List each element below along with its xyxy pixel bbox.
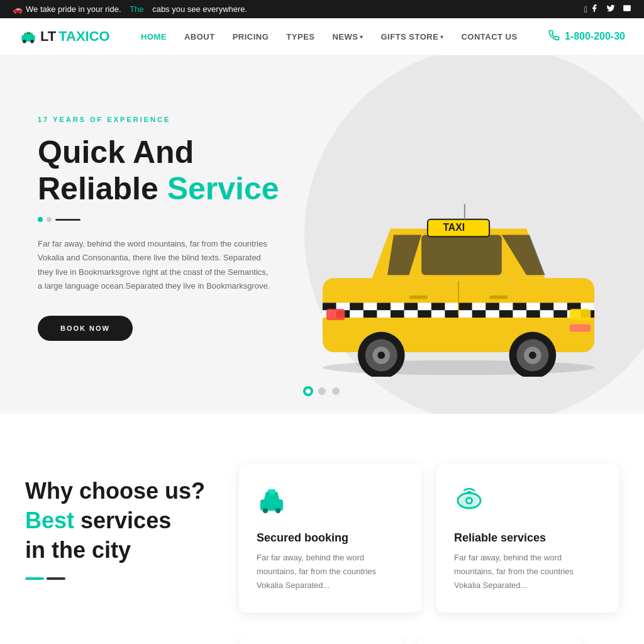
feature-title-secured: Secured booking: [257, 531, 404, 545]
svg-rect-36: [409, 295, 427, 299]
hero-section: 17 YEARS OF EXPERIENCE Quick And Reliabl…: [0, 55, 644, 414]
svg-rect-28: [553, 310, 567, 318]
svg-point-41: [377, 352, 385, 359]
why-divider: [25, 577, 214, 580]
feature-card-bottom-1: [239, 638, 402, 644]
phone-icon: [548, 30, 560, 43]
svg-rect-33: [570, 309, 591, 320]
svg-point-3: [31, 40, 34, 43]
svg-rect-21: [364, 310, 377, 318]
nav-news[interactable]: NEWS ▾: [332, 32, 363, 42]
site-logo[interactable]: TAXI LT TAXICO: [19, 27, 110, 46]
hero-title: Quick And Reliable Service: [38, 135, 279, 207]
svg-rect-18: [540, 303, 554, 310]
why-divider-green: [25, 577, 44, 580]
svg-rect-14: [431, 303, 445, 310]
feature-card-secured-booking: Secured booking Far far away, behind the…: [239, 464, 421, 613]
svg-rect-24: [445, 310, 458, 318]
feature-cards-grid: Secured booking Far far away, behind the…: [239, 464, 619, 613]
gifts-chevron-icon: ▾: [440, 33, 443, 40]
slider-dot-2[interactable]: [318, 387, 326, 395]
nav-pricing[interactable]: PRICING: [233, 32, 269, 42]
bottom-cards-partial: [214, 638, 644, 644]
book-now-button[interactable]: BOOK NOW: [38, 316, 133, 341]
svg-point-54: [467, 499, 471, 502]
svg-text:TAXI: TAXI: [443, 222, 465, 233]
svg-point-50: [275, 508, 280, 513]
slider-dot-1[interactable]: [304, 387, 312, 395]
svg-rect-15: [458, 303, 472, 310]
site-header: TAXI LT TAXICO HOME ABOUT PRICING TYPES …: [0, 18, 644, 55]
twitter-icon[interactable]: [606, 4, 615, 14]
svg-rect-22: [391, 310, 404, 318]
feature-card-reliable-services: Reliable services Far far away, behind t…: [436, 464, 619, 613]
svg-rect-16: [486, 303, 499, 310]
svg-rect-34: [570, 325, 591, 332]
why-left-content: Why choose us? Best services in the city: [25, 464, 214, 580]
divider-dot-gray: [47, 217, 52, 222]
taxi-booking-icon: [257, 484, 404, 520]
hero-divider: [38, 217, 279, 222]
hero-tagline: 17 YEARS OF EXPERIENCE: [38, 116, 279, 123]
social-icons: : [584, 4, 631, 14]
hero-taxi-car: TAXI: [286, 179, 631, 379]
nav-types[interactable]: TYPES: [286, 32, 314, 42]
slider-dot-3[interactable]: [332, 387, 340, 395]
logo-taxico: TAXICO: [58, 28, 109, 45]
phone-number: 1-800-200-30: [565, 31, 625, 42]
nav-about[interactable]: ABOUT: [184, 32, 215, 42]
taxi-car-svg: TAXI: [286, 179, 631, 377]
feature-card-bottom-2: [418, 638, 581, 644]
svg-text:TAXI: TAXI: [26, 32, 30, 35]
svg-rect-13: [404, 303, 418, 310]
facebook-icon[interactable]: : [584, 4, 599, 14]
hero-description: Far far away, behind the word mountains,…: [38, 237, 270, 292]
svg-rect-27: [526, 310, 540, 318]
svg-rect-8: [421, 235, 502, 275]
why-choose-us-section: Why choose us? Best services in the city…: [0, 414, 644, 644]
logo-lt: LT: [40, 28, 56, 45]
hero-content: 17 YEARS OF EXPERIENCE Quick And Reliabl…: [38, 116, 279, 340]
svg-rect-23: [418, 310, 431, 318]
main-nav: HOME ABOUT PRICING TYPES NEWS ▾ GIFTS ST…: [141, 32, 518, 42]
why-title: Why choose us? Best services in the city: [25, 477, 214, 565]
car-icon: 🚗: [13, 4, 23, 14]
svg-point-45: [529, 352, 536, 359]
why-divider-dark: [47, 577, 65, 580]
svg-rect-26: [499, 310, 513, 318]
svg-point-49: [263, 508, 268, 513]
svg-rect-48: [268, 489, 275, 494]
announcement-message: 🚗 We take pride in your ride. The cabs y…: [13, 4, 247, 14]
svg-point-2: [23, 40, 26, 43]
feature-desc-reliable: Far far away, behind the word mountains,…: [454, 551, 601, 592]
logo-taxi-icon: TAXI: [19, 27, 38, 46]
svg-rect-17: [513, 303, 526, 310]
top-announcement-bar: 🚗 We take pride in your ride. The cabs y…: [0, 0, 644, 18]
svg-rect-25: [472, 310, 486, 318]
phone-section[interactable]: 1-800-200-30: [548, 30, 625, 43]
svg-rect-37: [489, 295, 508, 299]
svg-rect-35: [326, 309, 345, 320]
divider-dot-green: [38, 217, 43, 222]
divider-line: [55, 219, 80, 221]
feature-desc-secured: Far far away, behind the word mountains,…: [257, 551, 404, 592]
eye-reliable-icon: [454, 484, 601, 520]
nav-home[interactable]: HOME: [141, 32, 167, 42]
feature-title-reliable: Reliable services: [454, 531, 601, 545]
email-icon[interactable]: [623, 4, 631, 14]
nav-gifts-store[interactable]: GIFTS STORE ▾: [380, 32, 443, 42]
nav-contact-us[interactable]: CONTACT US: [461, 32, 517, 42]
svg-rect-11: [350, 303, 364, 310]
news-chevron-icon: ▾: [360, 33, 363, 40]
slider-dots: [304, 387, 340, 395]
svg-rect-12: [377, 303, 391, 310]
